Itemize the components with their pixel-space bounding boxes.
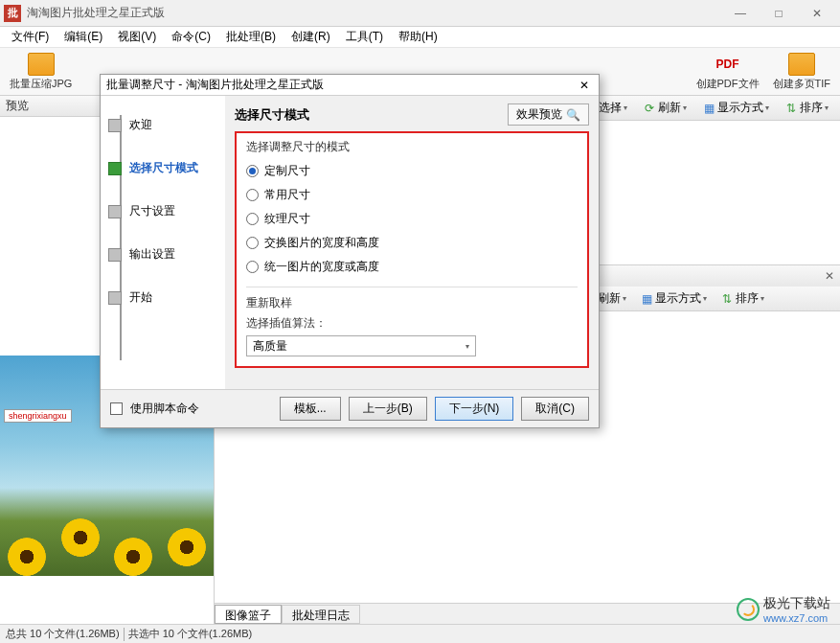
status-selected: 共选中 10 个文件(1.26MB) (128, 627, 253, 641)
bt-view[interactable]: ▦显示方式▾ (634, 289, 713, 308)
basket-tab-images[interactable]: 图像篮子 (215, 605, 282, 624)
radio-icon (246, 189, 259, 201)
titlebar: 批 淘淘图片批处理之星正式版 — □ ✕ (0, 0, 840, 27)
close-button[interactable]: ✕ (798, 2, 836, 25)
radio-swap[interactable]: 交换图片的宽度和高度 (246, 231, 578, 255)
watermark-icon (737, 598, 760, 621)
minimize-button[interactable]: — (721, 2, 760, 25)
watermark: 极光下载站 www.xz7.com (737, 595, 830, 624)
jpg-icon (28, 53, 55, 76)
next-button[interactable]: 下一步(N) (435, 397, 514, 421)
section-title: 选择尺寸模式 (235, 106, 309, 124)
effect-preview-button[interactable]: 效果预览🔍 (508, 103, 589, 126)
dialog-title: 批量调整尺寸 - 淘淘图片批处理之星正式版 (106, 77, 324, 93)
menu-create[interactable]: 创建(R) (284, 27, 338, 47)
ft-sort[interactable]: ⇅排序▾ (779, 99, 834, 117)
flower-icon (61, 518, 100, 557)
sort-icon: ⇅ (720, 292, 734, 306)
menu-tools[interactable]: 工具(T) (338, 27, 391, 47)
ft-view[interactable]: ▦显示方式▾ (696, 99, 775, 117)
magnifier-icon: 🔍 (566, 108, 580, 122)
radio-icon (246, 261, 259, 273)
radio-custom[interactable]: 定制尺寸 (246, 159, 578, 183)
ft-refresh[interactable]: ⟳刷新▾ (637, 99, 692, 117)
nav-start[interactable]: 开始 (104, 276, 221, 319)
radio-icon (246, 237, 259, 249)
maximize-button[interactable]: □ (760, 2, 798, 25)
flower-icon (114, 538, 152, 576)
view-icon: ▦ (640, 292, 653, 306)
nav-size-settings[interactable]: 尺寸设置 (104, 190, 221, 233)
menubar: 文件(F) 编辑(E) 视图(V) 命令(C) 批处理(B) 创建(R) 工具(… (0, 27, 840, 48)
preview-label: shengrixiangxu (4, 409, 72, 423)
statusbar: 总共 10 个文件(1.26MB) 共选中 10 个文件(1.26MB) (0, 624, 840, 643)
resample-label: 重新取样 (246, 295, 578, 311)
chevron-down-icon: ▾ (465, 342, 469, 351)
interp-select[interactable]: 高质量▾ (246, 335, 476, 356)
resize-dialog: 批量调整尺寸 - 淘淘图片批处理之星正式版 ✕ 欢迎 选择尺寸模式 尺寸设置 输… (100, 74, 600, 428)
status-total: 总共 10 个文件(1.26MB) (6, 627, 120, 641)
interp-label: 选择插值算法： (246, 315, 578, 332)
options-frame: 选择调整尺寸的模式 定制尺寸 常用尺寸 纹理尺寸 交换图片的宽度和高度 统一图片… (235, 131, 589, 368)
dialog-nav: 欢迎 选择尺寸模式 尺寸设置 输出设置 开始 (101, 96, 225, 389)
bt-sort[interactable]: ⇅排序▾ (715, 289, 770, 308)
nav-welcome[interactable]: 欢迎 (104, 103, 221, 147)
refresh-icon: ⟳ (643, 102, 656, 115)
menu-batch[interactable]: 批处理(B) (218, 27, 284, 47)
dialog-close-button[interactable]: ✕ (576, 77, 593, 94)
nav-size-mode[interactable]: 选择尺寸模式 (104, 147, 221, 190)
radio-unify[interactable]: 统一图片的宽度或高度 (246, 255, 578, 279)
use-script-label: 使用脚本命令 (130, 401, 199, 417)
tb-compress-jpg[interactable]: 批量压缩JPG (4, 51, 78, 93)
template-button[interactable]: 模板... (280, 397, 341, 421)
radio-common[interactable]: 常用尺寸 (246, 183, 578, 207)
menu-view[interactable]: 视图(V) (110, 27, 164, 47)
cancel-button[interactable]: 取消(C) (521, 397, 589, 421)
pdf-icon: PDF (715, 53, 741, 76)
flower-icon (8, 538, 46, 576)
tb-create-tif[interactable]: 创建多页TIF (767, 51, 837, 93)
back-button[interactable]: 上一步(B) (349, 397, 427, 421)
radio-texture[interactable]: 纹理尺寸 (246, 207, 578, 231)
group-label: 选择调整尺寸的模式 (246, 139, 578, 155)
use-script-checkbox[interactable] (110, 402, 123, 415)
flower-icon (168, 528, 206, 566)
app-icon: 批 (4, 5, 21, 22)
menu-command[interactable]: 命令(C) (164, 27, 218, 47)
menu-file[interactable]: 文件(F) (4, 27, 57, 47)
basket-close-icon[interactable]: ✕ (825, 269, 834, 283)
menu-help[interactable]: 帮助(H) (391, 27, 445, 47)
tb-create-pdf[interactable]: PDF 创建PDF文件 (691, 51, 765, 93)
window-title: 淘淘图片批处理之星正式版 (27, 5, 721, 21)
menu-edit[interactable]: 编辑(E) (57, 27, 110, 47)
sort-icon: ⇅ (784, 102, 798, 115)
tif-icon (788, 53, 815, 76)
radio-icon (246, 213, 259, 225)
radio-icon (246, 165, 259, 177)
nav-output[interactable]: 输出设置 (104, 233, 221, 276)
view-icon: ▦ (702, 102, 715, 115)
basket-tab-log[interactable]: 批处理日志 (282, 605, 360, 624)
